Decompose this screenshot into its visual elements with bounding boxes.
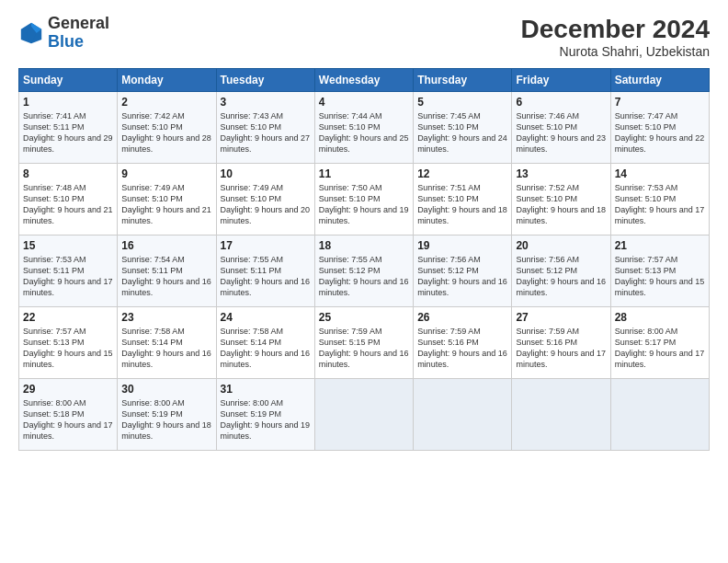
day-detail: Sunrise: 7:49 AM Sunset: 5:10 PM Dayligh…: [221, 182, 311, 227]
day-number: 10: [221, 167, 311, 180]
day-number: 3: [221, 96, 311, 109]
day-cell: 25Sunrise: 7:59 AM Sunset: 5:15 PM Dayli…: [314, 307, 413, 379]
day-number: 27: [516, 311, 606, 324]
week-row: 29Sunrise: 8:00 AM Sunset: 5:18 PM Dayli…: [19, 379, 710, 451]
day-number: 4: [319, 96, 409, 109]
day-cell: 11Sunrise: 7:50 AM Sunset: 5:10 PM Dayli…: [314, 164, 413, 236]
day-cell: 16Sunrise: 7:54 AM Sunset: 5:11 PM Dayli…: [118, 236, 216, 307]
day-detail: Sunrise: 7:55 AM Sunset: 5:11 PM Dayligh…: [221, 254, 311, 299]
day-detail: Sunrise: 7:41 AM Sunset: 5:11 PM Dayligh…: [23, 110, 113, 155]
day-cell: 19Sunrise: 7:56 AM Sunset: 5:12 PM Dayli…: [414, 236, 512, 307]
day-number: 28: [615, 311, 705, 324]
day-number: 11: [319, 167, 409, 180]
day-detail: Sunrise: 7:43 AM Sunset: 5:10 PM Dayligh…: [221, 110, 311, 155]
day-detail: Sunrise: 7:45 AM Sunset: 5:10 PM Dayligh…: [417, 110, 507, 155]
day-number: 6: [516, 96, 606, 109]
day-cell: 20Sunrise: 7:56 AM Sunset: 5:12 PM Dayli…: [512, 236, 610, 307]
week-row: 15Sunrise: 7:53 AM Sunset: 5:11 PM Dayli…: [19, 236, 710, 307]
day-cell: 10Sunrise: 7:49 AM Sunset: 5:10 PM Dayli…: [216, 164, 314, 236]
day-cell: 2Sunrise: 7:42 AM Sunset: 5:10 PM Daylig…: [118, 92, 216, 164]
day-detail: Sunrise: 7:51 AM Sunset: 5:10 PM Dayligh…: [417, 182, 507, 227]
day-number: 29: [23, 383, 113, 396]
day-cell: 27Sunrise: 7:59 AM Sunset: 5:16 PM Dayli…: [512, 307, 610, 379]
day-detail: Sunrise: 7:58 AM Sunset: 5:14 PM Dayligh…: [221, 326, 311, 371]
day-cell: [610, 379, 709, 451]
day-number: 17: [221, 239, 311, 252]
day-cell: 29Sunrise: 8:00 AM Sunset: 5:18 PM Dayli…: [19, 379, 118, 451]
day-cell: 12Sunrise: 7:51 AM Sunset: 5:10 PM Dayli…: [414, 164, 512, 236]
day-cell: 3Sunrise: 7:43 AM Sunset: 5:10 PM Daylig…: [216, 92, 314, 164]
day-cell: 1Sunrise: 7:41 AM Sunset: 5:11 PM Daylig…: [19, 92, 118, 164]
weekday-header: Wednesday: [314, 69, 413, 92]
day-detail: Sunrise: 7:56 AM Sunset: 5:12 PM Dayligh…: [417, 254, 507, 299]
day-cell: 17Sunrise: 7:55 AM Sunset: 5:11 PM Dayli…: [216, 236, 314, 307]
day-detail: Sunrise: 7:59 AM Sunset: 5:15 PM Dayligh…: [319, 326, 409, 371]
day-cell: [314, 379, 413, 451]
day-cell: 14Sunrise: 7:53 AM Sunset: 5:10 PM Dayli…: [610, 164, 709, 236]
title-block: December 2024 Nurota Shahri, Uzbekistan: [521, 15, 710, 59]
week-row: 1Sunrise: 7:41 AM Sunset: 5:11 PM Daylig…: [19, 92, 710, 164]
day-cell: 9Sunrise: 7:49 AM Sunset: 5:10 PM Daylig…: [118, 164, 216, 236]
day-detail: Sunrise: 7:58 AM Sunset: 5:14 PM Dayligh…: [121, 326, 211, 371]
day-cell: 7Sunrise: 7:47 AM Sunset: 5:10 PM Daylig…: [610, 92, 709, 164]
day-detail: Sunrise: 7:59 AM Sunset: 5:16 PM Dayligh…: [516, 326, 606, 371]
day-detail: Sunrise: 7:47 AM Sunset: 5:10 PM Dayligh…: [615, 110, 705, 155]
day-detail: Sunrise: 7:54 AM Sunset: 5:11 PM Dayligh…: [121, 254, 211, 299]
day-number: 16: [121, 239, 211, 252]
day-detail: Sunrise: 7:57 AM Sunset: 5:13 PM Dayligh…: [23, 326, 113, 371]
day-detail: Sunrise: 7:59 AM Sunset: 5:16 PM Dayligh…: [417, 326, 507, 371]
day-number: 2: [121, 96, 211, 109]
weekday-header: Tuesday: [216, 69, 314, 92]
weekday-header: Monday: [118, 69, 216, 92]
day-detail: Sunrise: 8:00 AM Sunset: 5:17 PM Dayligh…: [615, 326, 705, 371]
calendar-body: 1Sunrise: 7:41 AM Sunset: 5:11 PM Daylig…: [19, 92, 710, 451]
day-detail: Sunrise: 7:44 AM Sunset: 5:10 PM Dayligh…: [319, 110, 409, 155]
page: General Blue December 2024 Nurota Shahri…: [0, 0, 728, 563]
day-cell: 18Sunrise: 7:55 AM Sunset: 5:12 PM Dayli…: [314, 236, 413, 307]
day-number: 24: [221, 311, 311, 324]
weekday-header: Saturday: [610, 69, 709, 92]
day-number: 15: [23, 239, 113, 252]
day-detail: Sunrise: 7:53 AM Sunset: 5:10 PM Dayligh…: [615, 182, 705, 227]
day-cell: [512, 379, 610, 451]
day-number: 20: [516, 239, 606, 252]
main-title: December 2024: [521, 15, 710, 44]
day-cell: 15Sunrise: 7:53 AM Sunset: 5:11 PM Dayli…: [19, 236, 118, 307]
day-number: 1: [23, 96, 113, 109]
weekday-header: Sunday: [19, 69, 118, 92]
day-number: 5: [417, 96, 507, 109]
day-detail: Sunrise: 7:56 AM Sunset: 5:12 PM Dayligh…: [516, 254, 606, 299]
day-detail: Sunrise: 7:46 AM Sunset: 5:10 PM Dayligh…: [516, 110, 606, 155]
logo: General Blue: [18, 15, 109, 52]
day-number: 26: [417, 311, 507, 324]
day-number: 31: [221, 383, 311, 396]
weekday-row: SundayMondayTuesdayWednesdayThursdayFrid…: [19, 69, 710, 92]
day-detail: Sunrise: 8:00 AM Sunset: 5:19 PM Dayligh…: [221, 397, 311, 442]
week-row: 22Sunrise: 7:57 AM Sunset: 5:13 PM Dayli…: [19, 307, 710, 379]
day-number: 19: [417, 239, 507, 252]
day-detail: Sunrise: 7:52 AM Sunset: 5:10 PM Dayligh…: [516, 182, 606, 227]
day-detail: Sunrise: 8:00 AM Sunset: 5:18 PM Dayligh…: [23, 397, 113, 442]
day-cell: 24Sunrise: 7:58 AM Sunset: 5:14 PM Dayli…: [216, 307, 314, 379]
day-number: 21: [615, 239, 705, 252]
day-cell: 21Sunrise: 7:57 AM Sunset: 5:13 PM Dayli…: [610, 236, 709, 307]
day-detail: Sunrise: 7:49 AM Sunset: 5:10 PM Dayligh…: [121, 182, 211, 227]
day-cell: [414, 379, 512, 451]
day-number: 13: [516, 167, 606, 180]
day-detail: Sunrise: 7:55 AM Sunset: 5:12 PM Dayligh…: [319, 254, 409, 299]
subtitle: Nurota Shahri, Uzbekistan: [521, 44, 710, 59]
day-detail: Sunrise: 8:00 AM Sunset: 5:19 PM Dayligh…: [121, 397, 211, 442]
day-number: 30: [121, 383, 211, 396]
day-number: 25: [319, 311, 409, 324]
day-number: 23: [121, 311, 211, 324]
day-detail: Sunrise: 7:53 AM Sunset: 5:11 PM Dayligh…: [23, 254, 113, 299]
header: General Blue December 2024 Nurota Shahri…: [18, 15, 710, 59]
logo-icon: [18, 20, 44, 46]
day-cell: 5Sunrise: 7:45 AM Sunset: 5:10 PM Daylig…: [414, 92, 512, 164]
day-detail: Sunrise: 7:42 AM Sunset: 5:10 PM Dayligh…: [121, 110, 211, 155]
logo-text: General Blue: [48, 15, 109, 52]
day-detail: Sunrise: 7:50 AM Sunset: 5:10 PM Dayligh…: [319, 182, 409, 227]
day-detail: Sunrise: 7:57 AM Sunset: 5:13 PM Dayligh…: [615, 254, 705, 299]
day-number: 14: [615, 167, 705, 180]
day-cell: 28Sunrise: 8:00 AM Sunset: 5:17 PM Dayli…: [610, 307, 709, 379]
